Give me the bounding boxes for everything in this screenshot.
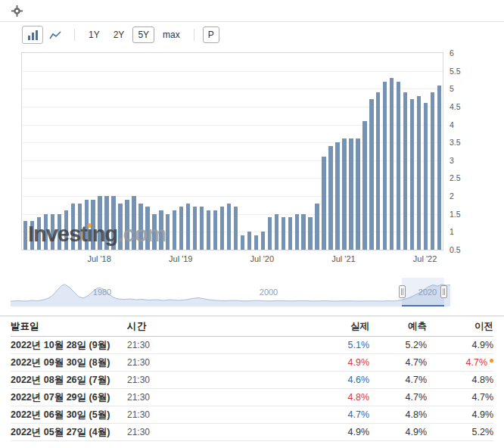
range-1y-button[interactable]: 1Y <box>83 26 105 43</box>
navigator-selection[interactable] <box>402 278 444 306</box>
previous-value: 4.7% <box>466 357 488 368</box>
bar-2021-05 <box>328 146 332 250</box>
time-cell: 21:30 <box>127 409 307 420</box>
bar-2020-09 <box>275 214 278 250</box>
bar-2021-07 <box>342 138 346 250</box>
bar-2022-08 <box>431 92 434 250</box>
gear-icon <box>11 5 23 17</box>
navigator-sparkline <box>11 278 450 306</box>
y-axis-tick-label: 5.5 <box>450 67 461 76</box>
toolbar-separator <box>194 29 194 41</box>
forecast-cell: 4.7% <box>369 357 427 368</box>
x-axis-tick-label: Jul '19 <box>169 254 192 263</box>
table-row[interactable]: 2022년 08월 26일 (7월)21:304.6%4.7%4.8% <box>11 372 493 389</box>
toolbar-separator <box>74 29 75 41</box>
navigator-year-label: 2000 <box>260 288 278 297</box>
bar-2022-03 <box>397 82 400 250</box>
table-row[interactable]: 2022년 10월 28일 (9월)21:305.1%5.2%4.9% <box>11 337 493 354</box>
bar-2021-02 <box>308 217 312 250</box>
investing-logo: Investing.com <box>28 222 166 247</box>
bar-2020-11 <box>288 217 292 250</box>
header-actual: 실제 <box>307 320 369 333</box>
previous-cell: 4.7% <box>427 357 493 368</box>
navigator-left-handle[interactable] <box>399 285 406 298</box>
y-axis-tick-label: 5 <box>450 84 454 93</box>
forecast-cell: 4.7% <box>369 375 427 385</box>
y-axis-tick-label: 2 <box>450 191 454 201</box>
bar-2020-01 <box>220 207 224 250</box>
line-chart-type-button[interactable] <box>45 26 66 44</box>
history-table: 발표일 시간 실제 예측 이전 2022년 10월 28일 (9월)21:305… <box>0 316 504 441</box>
bar-2019-11 <box>207 210 210 250</box>
bar-2021-03 <box>315 204 319 250</box>
y-axis-tick-label: 4 <box>450 120 454 129</box>
chart: Investing.com 0.511.522.533.544.555.56 J… <box>21 52 504 266</box>
y-axis-tick-label: 1.5 <box>450 210 461 219</box>
previous-value: 5.2% <box>472 427 494 437</box>
time-cell: 21:30 <box>127 392 307 403</box>
logo-text: ng <box>92 222 117 246</box>
bar-2019-10 <box>200 207 204 250</box>
range-2y-button[interactable]: 2Y <box>108 26 130 43</box>
release-date-cell: 2022년 07월 29일 (6월) <box>11 391 127 404</box>
header-release-date[interactable]: 발표일 <box>11 320 127 333</box>
bar-2020-06 <box>254 235 258 250</box>
previous-cell: 4.8% <box>427 375 493 385</box>
bar-2020-05 <box>247 232 251 250</box>
time-cell: 21:30 <box>127 340 307 350</box>
bar-2021-04 <box>322 157 325 250</box>
bar-2019-07 <box>179 207 183 250</box>
y-axis-tick-label: 1 <box>450 227 454 236</box>
previous-cell: 4.9% <box>427 409 493 420</box>
bar-2020-10 <box>282 217 285 250</box>
bar-2022-06 <box>417 96 421 250</box>
bar-2020-02 <box>227 204 231 250</box>
table-body: 2022년 10월 28일 (9월)21:305.1%5.2%4.9%2022년… <box>11 337 493 441</box>
x-axis-tick-label: Jul '22 <box>413 254 437 263</box>
bar-2022-02 <box>390 78 394 250</box>
table-row[interactable]: 2022년 07월 29일 (6월)21:304.8%4.7%4.7% <box>11 389 493 406</box>
bar-2020-03 <box>234 207 238 250</box>
x-axis-tick-label: Jul '21 <box>331 254 355 263</box>
timeline-navigator[interactable]: 198020002020 <box>11 278 450 306</box>
bar-2022-04 <box>403 92 407 250</box>
range-max-button[interactable]: max <box>157 26 185 43</box>
forecast-cell: 4.8% <box>369 409 427 420</box>
bar-2022-01 <box>383 82 387 250</box>
bar-chart-type-button[interactable] <box>22 26 43 44</box>
actual-cell: 4.7% <box>307 409 369 420</box>
bar-2022-05 <box>410 99 414 250</box>
bar-2019-05 <box>166 214 170 250</box>
bar-2021-08 <box>349 138 353 250</box>
bar-2021-11 <box>369 99 373 250</box>
time-cell: 21:30 <box>127 375 307 385</box>
actual-cell: 4.9% <box>307 427 369 437</box>
bar-2021-09 <box>356 138 359 250</box>
bar-2021-12 <box>376 92 380 250</box>
bar-2022-09 <box>437 86 441 250</box>
period-button[interactable]: P <box>203 26 219 43</box>
previous-value: 4.9% <box>472 409 494 420</box>
table-row[interactable]: 2022년 09월 30일 (8월)21:304.9%4.7%4.7% <box>11 354 493 372</box>
actual-cell: 5.1% <box>307 340 369 350</box>
range-5y-button[interactable]: 5Y <box>132 26 154 43</box>
bar-2020-08 <box>268 217 272 250</box>
navigator-right-handle[interactable] <box>440 285 447 298</box>
bar-2021-10 <box>362 121 366 250</box>
previous-value: 4.8% <box>472 375 494 385</box>
bar-2021-01 <box>301 214 305 250</box>
previous-cell: 5.2% <box>427 427 493 437</box>
settings-icon[interactable] <box>10 4 23 17</box>
bar-2020-12 <box>295 214 299 250</box>
previous-value: 4.7% <box>472 392 494 403</box>
table-row[interactable]: 2022년 06월 30일 (5월)21:304.7%4.8%4.9% <box>11 406 493 424</box>
forecast-cell: 4.9% <box>369 427 427 437</box>
bar-2020-07 <box>261 232 265 250</box>
time-cell: 21:30 <box>127 427 307 437</box>
bar-2019-09 <box>193 207 197 250</box>
table-row[interactable]: 2022년 05월 27일 (4월)21:304.9%4.9%5.2% <box>11 424 493 441</box>
gridline <box>22 89 443 89</box>
chart-toolbar: 1Y 2Y 5Y max P <box>0 22 504 48</box>
actual-cell: 4.6% <box>307 375 369 385</box>
y-axis-tick-label: 3 <box>450 156 454 165</box>
